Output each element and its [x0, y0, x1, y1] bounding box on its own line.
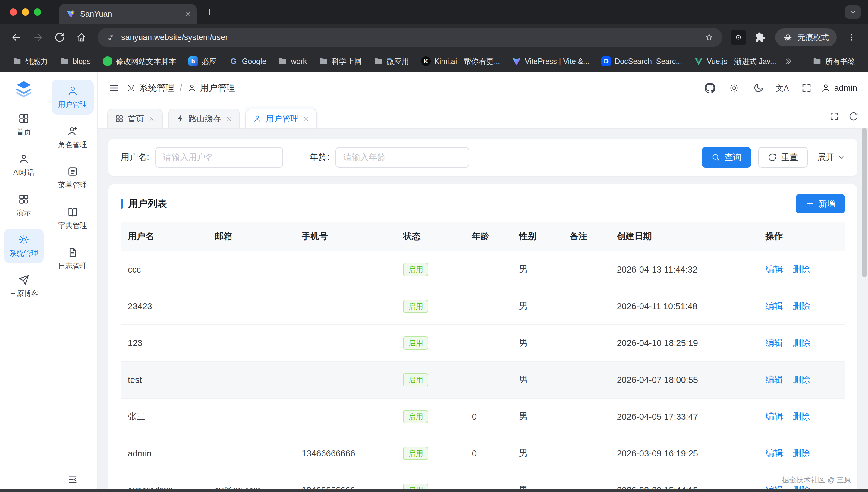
browser-tab[interactable]: SanYuan: [59, 4, 197, 24]
edit-link[interactable]: 编辑: [765, 301, 783, 311]
bookmark-item[interactable]: 科学上网: [315, 54, 366, 68]
sidebar-item-dict-mgmt[interactable]: 字典管理: [52, 201, 94, 236]
rail-item-home[interactable]: 首页: [4, 107, 44, 142]
bookmarks-overflow-icon[interactable]: [784, 57, 792, 65]
col-gender: 性别: [512, 222, 562, 251]
rail-item-blog[interactable]: 三原博客: [4, 269, 44, 304]
extensions-puzzle-icon[interactable]: [750, 27, 770, 48]
lightning-icon: [176, 115, 184, 123]
rail-item-system[interactable]: 系统管理: [4, 228, 44, 264]
home-icon[interactable]: [71, 27, 92, 48]
github-icon[interactable]: [700, 78, 720, 98]
bookmark-item[interactable]: 微应用: [369, 54, 413, 68]
view-tab-route-cache[interactable]: 路由缓存: [168, 108, 240, 128]
all-bookmarks-button[interactable]: 所有书签: [808, 54, 860, 68]
close-icon[interactable]: [148, 116, 155, 122]
delete-link[interactable]: 删除: [792, 264, 810, 274]
dark-mode-moon-icon[interactable]: [749, 78, 768, 98]
reset-button[interactable]: 重置: [758, 147, 808, 168]
expand-view-icon[interactable]: [829, 112, 839, 121]
sidebar-item-label: 用户管理: [58, 99, 87, 109]
userscript-icon: [103, 56, 112, 66]
browser-menu-kebab-icon[interactable]: [841, 27, 862, 48]
rail-item-demo[interactable]: 演示: [4, 188, 44, 223]
close-icon[interactable]: [303, 116, 309, 122]
collapse-sidebar-icon[interactable]: [68, 474, 78, 485]
bookmark-item[interactable]: 钝感力: [8, 54, 52, 68]
bookmark-item[interactable]: blogs: [56, 55, 95, 68]
close-window-button[interactable]: [10, 8, 17, 16]
hamburger-menu-icon[interactable]: [108, 82, 119, 94]
breadcrumb-segment[interactable]: 用户管理: [200, 82, 235, 94]
col-actions: 操作: [758, 222, 845, 251]
close-icon[interactable]: [225, 116, 232, 122]
bookmark-item[interactable]: G Google: [225, 54, 271, 68]
query-button[interactable]: 查询: [701, 147, 751, 168]
edit-link[interactable]: 编辑: [765, 448, 783, 458]
user-menu[interactable]: admin: [821, 83, 857, 93]
title-accent-bar: [121, 199, 123, 208]
breadcrumb-segment[interactable]: 系统管理: [139, 82, 174, 94]
edit-link[interactable]: 编辑: [765, 375, 783, 385]
view-tab-home[interactable]: 首页: [107, 108, 163, 128]
delete-link[interactable]: 删除: [792, 412, 810, 421]
bookmark-item[interactable]: work: [274, 55, 311, 68]
bookmark-item[interactable]: Vue.js - 渐进式 Jav...: [690, 54, 781, 68]
edit-link[interactable]: 编辑: [765, 338, 783, 348]
main-area: 系统管理 / 用户管理 文A: [98, 72, 868, 492]
sidebar-item-menu-mgmt[interactable]: 菜单管理: [52, 161, 94, 195]
tab-search-button[interactable]: [845, 5, 861, 19]
site-settings-icon[interactable]: [106, 33, 115, 42]
translate-icon[interactable]: 文A: [773, 78, 792, 98]
delete-link[interactable]: 删除: [792, 375, 810, 385]
page-scrollbar-thumb[interactable]: [862, 128, 867, 277]
edit-link[interactable]: 编辑: [765, 412, 783, 421]
fullscreen-icon[interactable]: [797, 78, 816, 98]
tabbar-tools: [829, 112, 858, 121]
sidebar-item-user-mgmt[interactable]: 用户管理: [52, 80, 94, 115]
new-tab-button[interactable]: [201, 4, 218, 21]
expand-toggle[interactable]: 展开: [817, 152, 845, 163]
minimize-window-button[interactable]: [22, 8, 29, 16]
delete-link[interactable]: 删除: [792, 448, 810, 458]
maximize-window-button[interactable]: [34, 8, 41, 16]
breadcrumb: 系统管理 / 用户管理: [127, 82, 235, 94]
screenshot-extension-icon[interactable]: [731, 29, 746, 45]
add-user-button[interactable]: 新增: [796, 194, 845, 214]
refresh-view-icon[interactable]: [849, 112, 858, 121]
bookmark-star-icon[interactable]: [705, 33, 714, 42]
browser-toolbar: sanyuan.website/system/user 无痕模式: [0, 24, 868, 51]
settings-gear-icon[interactable]: [724, 78, 744, 98]
delete-link[interactable]: 删除: [792, 301, 810, 311]
incognito-badge[interactable]: 无痕模式: [775, 28, 837, 46]
bookmark-item[interactable]: D DocSearch: Searc...: [597, 54, 686, 68]
col-status: 状态: [396, 222, 464, 251]
tab-close-icon[interactable]: [184, 10, 192, 18]
edit-link[interactable]: 编辑: [765, 264, 783, 274]
address-bar[interactable]: sanyuan.website/system/user: [98, 28, 722, 47]
bookmark-item[interactable]: VitePress | Vite &...: [508, 55, 593, 68]
vue-icon: [694, 57, 703, 66]
header-actions: 文A admin: [700, 78, 857, 98]
app-root: 首页 AI对话 演示 系统管理 三原博客 用户管理: [0, 72, 868, 492]
rail-item-label: 系统管理: [9, 248, 38, 258]
app-logo-icon[interactable]: [15, 80, 33, 98]
delete-link[interactable]: 删除: [792, 338, 810, 348]
bookmark-label: 必应: [202, 56, 217, 66]
table-row: admin 13466666666 启用 0 男 2026-03-09 16:1…: [121, 435, 845, 472]
username-input[interactable]: [155, 147, 283, 168]
bookmark-item[interactable]: b 必应: [184, 54, 221, 68]
view-tab-label: 路由缓存: [189, 113, 221, 124]
sidebar-item-log-mgmt[interactable]: 日志管理: [52, 241, 94, 276]
back-icon[interactable]: [6, 27, 27, 48]
view-tab-user-mgmt[interactable]: 用户管理: [245, 108, 317, 128]
rail-item-ai-chat[interactable]: AI对话: [4, 148, 44, 183]
browser-window: SanYuan sanyuan.website/sy: [0, 0, 868, 492]
forward-icon[interactable]: [28, 27, 48, 48]
bookmark-item[interactable]: 修改网站文本脚本: [99, 54, 181, 68]
bookmark-item[interactable]: K Kimi.ai - 帮你看更...: [417, 54, 504, 68]
folder-icon: [12, 57, 22, 66]
reload-icon[interactable]: [49, 27, 70, 48]
sidebar-item-role-mgmt[interactable]: 角色管理: [52, 120, 94, 155]
age-input[interactable]: [335, 147, 469, 168]
